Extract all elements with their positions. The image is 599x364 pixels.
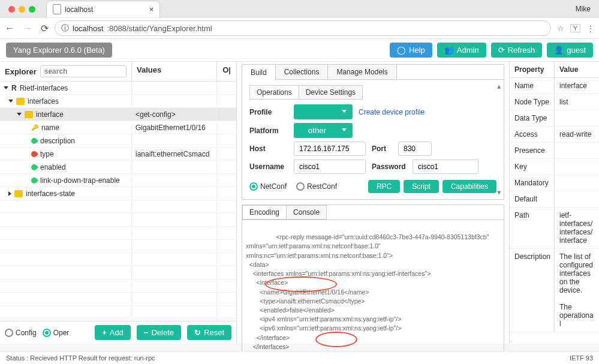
property-value: list — [555, 94, 599, 110]
yang-tree[interactable]: RRietf-interfacesinterfacesinterface<get… — [0, 82, 236, 321]
node-icon: R — [11, 84, 17, 92]
node-value[interactable] — [132, 82, 217, 94]
create-profile-link[interactable]: Create device profile — [359, 108, 425, 116]
close-tab-icon[interactable]: × — [149, 5, 153, 14]
top-tabs: Build Collections Manage Models — [242, 64, 504, 80]
tree-row[interactable]: interface<get-config> — [0, 108, 236, 121]
back-icon[interactable]: ← — [5, 23, 14, 34]
properties-pane: Property Value NameinterfaceNode Typelis… — [509, 62, 599, 344]
tree-row[interactable]: 🔑nameGigabitEthernet1/0/16 — [0, 121, 236, 134]
node-value[interactable]: GigabitEthernet1/0/16 — [132, 121, 217, 134]
help-button[interactable]: ◯Help — [390, 43, 432, 58]
node-label: description — [40, 137, 75, 145]
node-label: name — [41, 124, 59, 132]
refresh-button[interactable]: ⟳Refresh — [491, 43, 543, 58]
tab-console[interactable]: Console — [286, 205, 327, 219]
property-row: Presence — [510, 143, 599, 159]
node-value[interactable] — [132, 95, 217, 107]
menu-icon[interactable]: ⋮ — [586, 24, 594, 33]
node-label: enabled — [40, 163, 66, 172]
tab-encoding[interactable]: Encoding — [242, 205, 287, 219]
property-name: Key — [510, 159, 555, 175]
username-label: Username — [249, 163, 288, 171]
yandex-icon[interactable]: Y — [570, 24, 580, 32]
port-label: Port — [372, 145, 392, 153]
node-label: interfaces-state — [26, 189, 75, 198]
platform-dropdown[interactable]: other — [294, 123, 353, 138]
explorer-header: Explorer search — [0, 62, 132, 81]
property-header: Property — [510, 62, 555, 77]
chrome-user[interactable]: Mike — [576, 5, 591, 13]
password-input[interactable] — [413, 160, 478, 174]
node-value[interactable] — [132, 187, 217, 200]
tab-device-settings[interactable]: Device Settings — [299, 85, 363, 100]
tab-manage[interactable]: Manage Models — [328, 65, 396, 79]
profile-dropdown[interactable] — [294, 104, 353, 119]
scroll-down-icon[interactable]: ▾ — [497, 188, 501, 197]
property-value — [555, 143, 599, 158]
close-icon[interactable] — [8, 6, 15, 13]
values-header: Values — [132, 62, 217, 81]
property-name: Name — [510, 78, 555, 94]
minimize-icon[interactable] — [19, 6, 25, 13]
op-header: O| — [217, 62, 236, 81]
admin-button[interactable]: 👥Admin — [437, 43, 486, 58]
add-button[interactable]: + Add — [95, 325, 131, 340]
node-icon — [30, 136, 38, 145]
script-button[interactable]: Script — [404, 180, 439, 193]
star-icon[interactable]: ☆ — [557, 24, 564, 33]
config-radio[interactable]: Config — [5, 329, 37, 337]
forward-icon[interactable]: → — [23, 23, 32, 34]
delete-button[interactable]: − Delete — [137, 325, 181, 340]
profile-label: Profile — [249, 108, 288, 116]
property-value — [555, 159, 599, 175]
node-value[interactable] — [132, 134, 217, 147]
url-host: localhost — [73, 24, 103, 33]
node-value[interactable] — [132, 161, 217, 173]
property-row: Node Typelist — [510, 94, 599, 110]
tree-row[interactable]: RRietf-interfaces — [0, 82, 236, 95]
maximize-icon[interactable] — [29, 6, 35, 13]
tree-row[interactable]: description — [0, 134, 236, 148]
tree-row[interactable]: link-up-down-trap-enable — [0, 174, 236, 187]
tree-row[interactable]: interfaces — [0, 95, 236, 108]
property-value — [555, 191, 599, 207]
rpc-button[interactable]: RPC — [368, 180, 400, 193]
property-name: Node Type — [510, 94, 555, 110]
tree-row[interactable]: typeianaift:ethernetCsmacd — [0, 148, 236, 161]
property-value: interface — [555, 78, 599, 94]
search-input[interactable]: search — [40, 65, 127, 77]
tab-build[interactable]: Build — [242, 65, 276, 80]
oper-radio[interactable]: Oper — [43, 329, 70, 337]
browser-tab[interactable]: localhost × — [46, 1, 160, 17]
node-value[interactable]: ianaift:ethernetCsmacd — [132, 148, 217, 160]
guest-button[interactable]: 👤guest — [547, 43, 593, 58]
rpc-output[interactable]: <rpc-reply message-id="urn:uuid:cd8460c3… — [242, 220, 504, 364]
tree-row[interactable]: interfaces-state — [0, 187, 236, 200]
port-input[interactable] — [398, 142, 432, 156]
capabilities-button[interactable]: Capabilities — [443, 180, 496, 193]
tab-operations[interactable]: Operations — [249, 85, 299, 100]
address-bar: ← → ⟳ ⓘ localhost:8088/static/YangExplor… — [0, 18, 599, 38]
url-input[interactable]: ⓘ localhost:8088/static/YangExplorer.htm… — [55, 20, 551, 36]
info-icon[interactable]: ⓘ — [61, 23, 69, 34]
host-input[interactable] — [294, 142, 366, 156]
window-controls[interactable] — [4, 6, 40, 13]
page-icon — [53, 4, 61, 14]
username-input[interactable] — [294, 160, 366, 174]
property-value: read-write — [555, 127, 599, 142]
property-row: DescriptionThe list of configured interf… — [510, 249, 599, 332]
url-path: :8088/static/YangExplorer.html — [107, 24, 212, 33]
app-brand: Yang Explorer 0.6.0 (Beta) — [6, 43, 112, 58]
restconf-radio[interactable]: RestConf — [296, 182, 337, 191]
reload-icon[interactable]: ⟳ — [41, 23, 49, 34]
netconf-radio[interactable]: NetConf — [249, 182, 287, 191]
node-value[interactable] — [132, 174, 217, 186]
tab-collections[interactable]: Collections — [276, 65, 329, 79]
reset-button[interactable]: ↻ Reset — [187, 325, 231, 340]
property-name: Description — [510, 249, 555, 332]
node-value[interactable]: <get-config> — [132, 108, 217, 121]
property-row: Accessread-write — [510, 127, 599, 143]
tree-row[interactable]: enabled — [0, 161, 236, 174]
scroll-up-icon[interactable]: ▴ — [497, 82, 501, 91]
